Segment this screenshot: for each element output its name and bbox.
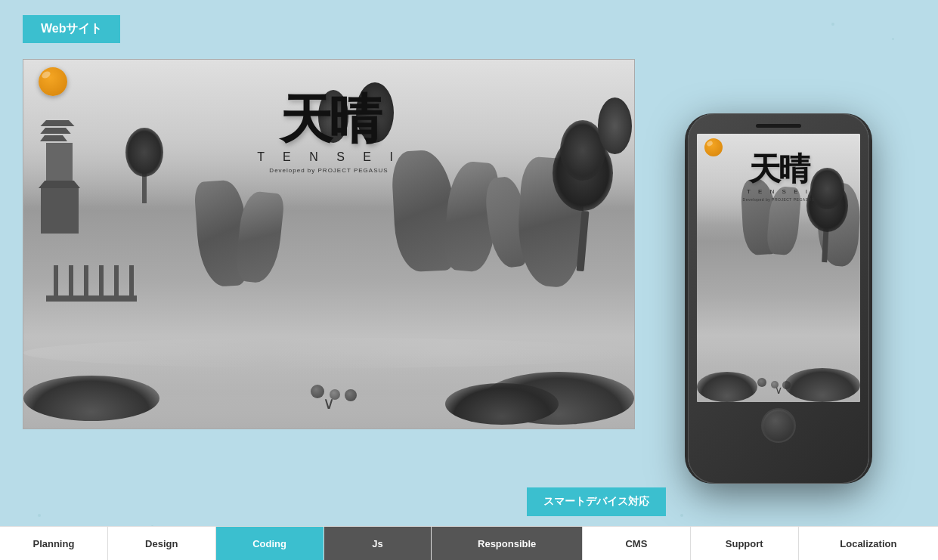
tensei-text: T E N S E I	[257, 150, 401, 164]
tab-design[interactable]: Design	[108, 527, 216, 560]
smart-device-badge: スマートデバイス対応	[527, 487, 666, 516]
phone-screen: 天晴 T E N S E I Developed by PROJECT PEGA…	[697, 134, 860, 402]
phone-speaker	[756, 124, 801, 128]
tab-coding[interactable]: Coding	[216, 527, 324, 560]
pagoda	[39, 120, 80, 234]
mobile-mockup: 天晴 T E N S E I Developed by PROJECT PEGA…	[688, 113, 869, 484]
tab-cms[interactable]: CMS	[583, 527, 691, 560]
scroll-arrow-desktop[interactable]: ∨	[323, 394, 335, 413]
tab-js[interactable]: Js	[324, 527, 432, 560]
screenshot-bg: 天晴 T E N S E I Developed by PROJECT PEGA…	[23, 60, 634, 429]
bottom-tabs: Planning Design Coding Js Responsible CM…	[0, 526, 938, 560]
phone-logo	[704, 138, 723, 156]
calligraphy-desktop: 天晴 T E N S E I Developed by PROJECT PEGA…	[257, 97, 401, 174]
tab-responsible[interactable]: Responsible	[432, 527, 583, 560]
phone-home-button[interactable]	[761, 408, 796, 443]
ground-area	[23, 353, 634, 429]
phone-kanji: 天晴 T E N S E I Developed by PROJECT PEGA…	[743, 156, 815, 202]
tab-localization[interactable]: Localization	[799, 527, 938, 560]
desktop-screenshot: 天晴 T E N S E I Developed by PROJECT PEGA…	[23, 59, 635, 429]
developed-by-text: Developed by PROJECT PEGASUS	[257, 167, 401, 174]
website-label: Webサイト	[23, 15, 120, 43]
site-logo-desktop	[39, 67, 67, 96]
kanji-text: 天晴	[257, 97, 401, 143]
main-wrapper: Webサイト	[0, 0, 938, 560]
tab-support[interactable]: Support	[691, 527, 799, 560]
phone-body: 天晴 T E N S E I Developed by PROJECT PEGA…	[688, 113, 869, 484]
bridge	[46, 256, 137, 302]
tab-planning[interactable]: Planning	[0, 527, 108, 560]
scroll-arrow-phone: ∨	[775, 384, 782, 396]
